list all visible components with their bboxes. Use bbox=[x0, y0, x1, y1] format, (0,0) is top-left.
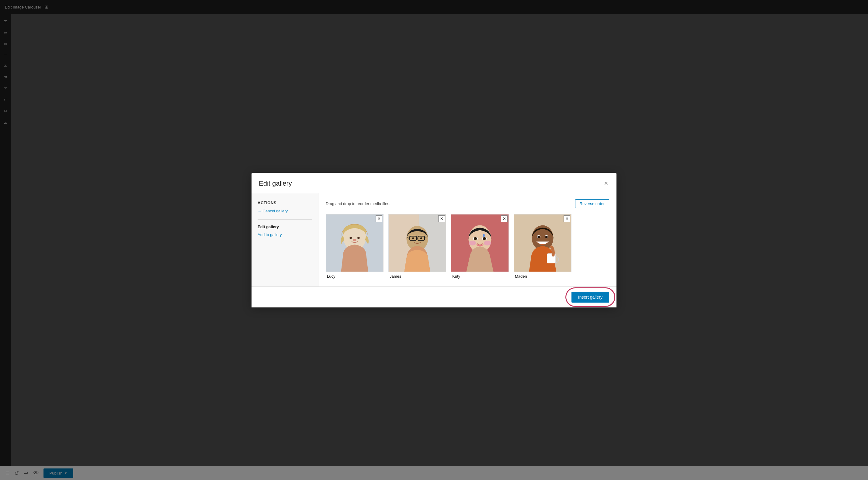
edit-gallery-section-title: Edit gallery bbox=[257, 225, 312, 229]
gallery-item-label-kuty: Kuty bbox=[451, 272, 509, 280]
modal-content-area: Drag and drop to reorder media files. Re… bbox=[318, 193, 617, 286]
svg-point-18 bbox=[474, 237, 477, 240]
remove-kuty-button[interactable]: ✕ bbox=[501, 215, 507, 222]
gallery-image-james bbox=[389, 214, 446, 272]
gallery-image-maden bbox=[514, 214, 571, 272]
modal-footer: Insert gallery bbox=[251, 286, 617, 307]
insert-button-wrapper: Insert gallery bbox=[571, 292, 609, 303]
sidebar-divider bbox=[257, 219, 312, 220]
svg-point-14 bbox=[420, 237, 422, 239]
cancel-gallery-link[interactable]: ← Cancel gallery bbox=[257, 209, 312, 213]
svg-point-4 bbox=[353, 239, 356, 241]
modal-title: Edit gallery bbox=[259, 179, 292, 187]
gallery-item-kuty[interactable]: ✕ Kuty bbox=[451, 214, 509, 280]
gallery-item-james[interactable]: ✕ James bbox=[389, 214, 446, 280]
gallery-image-lucy bbox=[326, 214, 383, 272]
add-to-gallery-link[interactable]: Add to gallery bbox=[257, 232, 282, 237]
remove-lucy-button[interactable]: ✕ bbox=[376, 215, 382, 222]
gallery-item-label-lucy: Lucy bbox=[326, 272, 383, 280]
insert-gallery-button[interactable]: Insert gallery bbox=[571, 292, 609, 303]
modal-header: Edit gallery × bbox=[251, 173, 617, 193]
svg-point-20 bbox=[483, 237, 486, 240]
svg-point-3 bbox=[358, 237, 360, 239]
remove-maden-button[interactable]: ✕ bbox=[564, 215, 570, 222]
svg-point-29 bbox=[545, 236, 548, 238]
gallery-image-kuty bbox=[451, 214, 509, 272]
gallery-item-maden[interactable]: ✕ Maden bbox=[514, 214, 571, 280]
svg-point-27 bbox=[537, 236, 540, 238]
remove-james-button[interactable]: ✕ bbox=[438, 215, 445, 222]
gallery-item-lucy[interactable]: ✕ Lucy bbox=[326, 214, 383, 280]
modal-sidebar: Actions ← Cancel gallery Edit gallery Ad… bbox=[251, 193, 318, 286]
svg-point-22 bbox=[484, 241, 491, 245]
svg-point-21 bbox=[469, 241, 476, 245]
svg-point-13 bbox=[412, 237, 414, 239]
gallery-item-label-james: James bbox=[389, 272, 446, 280]
modal-body: Actions ← Cancel gallery Edit gallery Ad… bbox=[251, 193, 617, 286]
reverse-order-button[interactable]: Reverse order bbox=[575, 199, 609, 208]
edit-gallery-modal: Edit gallery × Actions ← Cancel gallery … bbox=[251, 173, 617, 307]
svg-point-2 bbox=[349, 237, 352, 239]
drag-hint-text: Drag and drop to reorder media files. bbox=[326, 201, 390, 206]
svg-point-23 bbox=[483, 234, 485, 237]
sidebar-actions-title: Actions bbox=[257, 201, 312, 205]
modal-backdrop: Edit gallery × Actions ← Cancel gallery … bbox=[0, 0, 868, 480]
content-header: Drag and drop to reorder media files. Re… bbox=[326, 199, 609, 208]
gallery-item-label-maden: Maden bbox=[514, 272, 571, 280]
modal-close-button[interactable]: × bbox=[603, 179, 609, 188]
gallery-grid: ✕ Lucy bbox=[326, 214, 609, 280]
